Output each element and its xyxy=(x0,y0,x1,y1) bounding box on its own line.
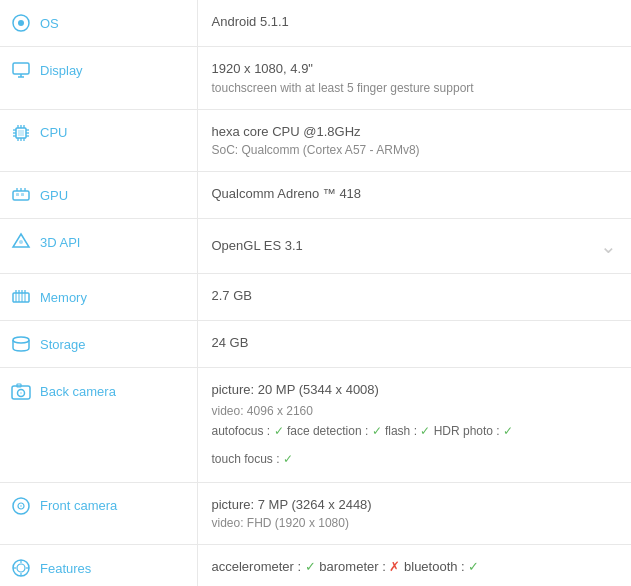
value-os: Android 5.1.1 xyxy=(197,0,631,47)
os-label: OS xyxy=(40,16,59,31)
chevron-down-icon[interactable]: ⌄ xyxy=(600,231,617,261)
cpu-value-main: hexa core CPU @1.8GHz xyxy=(212,122,618,142)
front-camera-value-main: picture: 7 MP (3264 x 2448) xyxy=(212,495,618,515)
svg-point-1 xyxy=(18,20,24,26)
value-gpu: Qualcomm Adreno ™ 418 xyxy=(197,172,631,219)
3dapi-label: 3D API xyxy=(40,235,80,250)
specs-table: OSAndroid 5.1.1Display1920 x 1080, 4.9"t… xyxy=(0,0,631,586)
svg-rect-6 xyxy=(18,130,24,136)
features-icon xyxy=(10,557,32,579)
value-memory: 2.7 GB xyxy=(197,274,631,321)
back-camera-video: video: 4096 x 2160 xyxy=(212,402,618,420)
back-camera-touch: touch focus : ✓ xyxy=(212,450,618,468)
label-display: Display xyxy=(0,47,197,110)
row-os: OSAndroid 5.1.1 xyxy=(0,0,631,47)
svg-rect-27 xyxy=(13,293,29,302)
svg-point-40 xyxy=(20,392,22,394)
value-storage: 24 GB xyxy=(197,321,631,368)
front-camera-value-sub: video: FHD (1920 x 1080) xyxy=(212,514,618,532)
display-value-sub: touchscreen with at least 5 finger gestu… xyxy=(212,79,618,97)
row-back-camera: Back camerapicture: 20 MP (5344 x 4008)v… xyxy=(0,368,631,483)
value-front-camera: picture: 7 MP (3264 x 2448)video: FHD (1… xyxy=(197,482,631,545)
gpu-icon xyxy=(10,184,32,206)
row-gpu: GPUQualcomm Adreno ™ 418 xyxy=(0,172,631,219)
cpu-label: CPU xyxy=(40,125,67,140)
row-features: Featuresaccelerometer : ✓ barometer : ✗ … xyxy=(0,545,631,587)
os-value-main: Android 5.1.1 xyxy=(212,12,618,32)
row-storage: Storage24 GB xyxy=(0,321,631,368)
label-memory: Memory xyxy=(0,274,197,321)
label-gpu: GPU xyxy=(0,172,197,219)
storage-value-main: 24 GB xyxy=(212,333,618,353)
label-back-camera: Back camera xyxy=(0,368,197,483)
gpu-value-main: Qualcomm Adreno ™ 418 xyxy=(212,184,618,204)
os-icon xyxy=(10,12,32,34)
value-back-camera: picture: 20 MP (5344 x 4008)video: 4096 … xyxy=(197,368,631,483)
storage-icon xyxy=(10,333,32,355)
back-camera-label: Back camera xyxy=(40,384,116,399)
row-3dapi: 3D APIOpenGL ES 3.1⌄ xyxy=(0,219,631,274)
svg-rect-23 xyxy=(16,193,19,196)
storage-label: Storage xyxy=(40,337,86,352)
svg-point-45 xyxy=(17,564,25,572)
memory-icon xyxy=(10,286,32,308)
back-camera-features: autofocus : ✓ face detection : ✓ flash :… xyxy=(212,422,618,440)
gpu-label: GPU xyxy=(40,188,68,203)
memory-label: Memory xyxy=(40,290,87,305)
display-icon xyxy=(10,59,32,81)
3dapi-icon xyxy=(10,231,32,253)
front-camera-icon xyxy=(10,495,32,517)
value-3dapi-inner: OpenGL ES 3.1⌄ xyxy=(212,231,618,261)
3dapi-value-text: OpenGL ES 3.1 xyxy=(212,236,303,256)
label-features: Features xyxy=(0,545,197,587)
features-label: Features xyxy=(40,561,91,576)
row-front-camera: Front camerapicture: 7 MP (3264 x 2448)v… xyxy=(0,482,631,545)
label-front-camera: Front camera xyxy=(0,482,197,545)
label-3dapi: 3D API xyxy=(0,219,197,274)
svg-rect-24 xyxy=(21,193,24,196)
label-storage: Storage xyxy=(0,321,197,368)
row-display: Display1920 x 1080, 4.9"touchscreen with… xyxy=(0,47,631,110)
front-camera-label: Front camera xyxy=(40,498,117,513)
label-os: OS xyxy=(0,0,197,47)
row-memory: Memory2.7 GB xyxy=(0,274,631,321)
memory-value-main: 2.7 GB xyxy=(212,286,618,306)
label-cpu: CPU xyxy=(0,109,197,172)
display-label: Display xyxy=(40,63,83,78)
row-cpu: CPUhexa core CPU @1.8GHzSoC: Qualcomm (C… xyxy=(0,109,631,172)
svg-point-26 xyxy=(19,240,23,244)
back-camera-picture: picture: 20 MP (5344 x 4008) xyxy=(212,380,618,400)
cpu-value-sub: SoC: Qualcomm (Cortex A57 - ARMv8) xyxy=(212,141,618,159)
back-camera-icon xyxy=(10,380,32,402)
svg-point-43 xyxy=(20,505,22,507)
cpu-icon xyxy=(10,122,32,144)
display-value-main: 1920 x 1080, 4.9" xyxy=(212,59,618,79)
value-features: accelerometer : ✓ barometer : ✗ bluetoot… xyxy=(197,545,631,587)
value-cpu: hexa core CPU @1.8GHzSoC: Qualcomm (Cort… xyxy=(197,109,631,172)
svg-rect-2 xyxy=(13,63,29,74)
value-display: 1920 x 1080, 4.9"touchscreen with at lea… xyxy=(197,47,631,110)
value-3dapi: OpenGL ES 3.1⌄ xyxy=(197,219,631,274)
features-line1: accelerometer : ✓ barometer : ✗ bluetoot… xyxy=(212,557,618,577)
svg-point-36 xyxy=(13,337,29,343)
